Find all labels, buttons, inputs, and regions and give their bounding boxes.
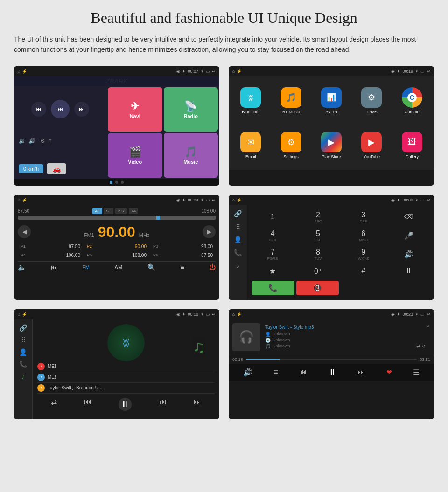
preset-p5[interactable]: P5 108.00 [84, 251, 149, 259]
app-playstore[interactable]: ▶ Play Store [312, 124, 350, 167]
music-note-large: ♫ [193, 337, 205, 357]
dial-3[interactable]: 3 DEF [341, 208, 386, 226]
app-gallery[interactable]: 🖼 Gallery [393, 124, 431, 167]
player-play[interactable]: ⏸ [328, 367, 336, 377]
contact-icon[interactable]: 👤 [231, 236, 244, 243]
call-btn[interactable]: 📞 [252, 281, 294, 295]
person-icon[interactable]: 👤 [19, 348, 27, 356]
eq-tag-af[interactable]: AF [92, 208, 102, 214]
end-btn[interactable]: 📵 [296, 281, 339, 295]
tile-radio[interactable]: 📡 Radio [164, 87, 218, 132]
grid-icon[interactable]: ⠿ [21, 336, 26, 344]
app-settings[interactable]: ⚙ Settings [272, 124, 310, 167]
dial-0[interactable]: 0⁺ [295, 264, 340, 278]
video-icon: 🎬 [129, 146, 141, 158]
tile-video[interactable]: 🎬 Video [108, 133, 162, 178]
app-avin[interactable]: 📊 AV_IN [312, 79, 350, 122]
dial-8[interactable]: 8 TUV [295, 245, 340, 263]
dial-2[interactable]: 2 ABC [295, 208, 340, 226]
eq-tag-pty[interactable]: PTY [115, 208, 127, 214]
avin-icon-box: 📊 [321, 87, 342, 108]
preset-p2[interactable]: P2 90.00 [84, 243, 149, 250]
preset-p6[interactable]: P6 87.50 [150, 251, 216, 259]
pb-next[interactable]: ⏭ [159, 398, 167, 411]
am-btn[interactable]: AM [115, 264, 123, 270]
player-vol[interactable]: 🔊 [243, 368, 252, 377]
watermark-home: ZBARK [14, 76, 219, 86]
song-info-panel: Taylor Swift - Style.mp3 👤 Unknown 💿 Unk… [265, 325, 426, 350]
dial-star[interactable]: ★ [250, 264, 295, 278]
eq-radio[interactable]: ≡ [180, 263, 184, 271]
app-youtube[interactable]: ▶ YouTube [352, 124, 391, 167]
next-btn[interactable]: ⏭ [74, 102, 89, 117]
next-freq-btn[interactable]: ▶ [203, 225, 216, 238]
app-email[interactable]: ✉ Email [231, 124, 270, 167]
link-icon[interactable]: 🔗 [19, 324, 27, 332]
tile-navi[interactable]: ✈ Navi [108, 87, 162, 132]
settings-icon[interactable]: ⚙ [40, 138, 45, 144]
phone-icon[interactable]: 🔗 [231, 210, 244, 217]
app-btmusic[interactable]: 🎵 BT Music [272, 79, 310, 122]
back-radio: ↩ [212, 198, 216, 202]
dial-9[interactable]: 9 WXYZ [341, 245, 386, 263]
tile-music[interactable]: 🎵 Music [164, 133, 218, 178]
dial-5[interactable]: 5 JKL [295, 227, 340, 245]
app-tpms[interactable]: ⚙ TPMS [352, 79, 391, 122]
dial-hash[interactable]: # [341, 264, 386, 278]
player-next[interactable]: ⏭ [357, 368, 365, 376]
dial-vol[interactable]: 🔊 [386, 245, 431, 263]
search-radio[interactable]: 🔍 [147, 263, 155, 271]
dial-mic[interactable]: 🎤 [386, 227, 431, 245]
back-music: ↩ [212, 312, 216, 317]
dot-1 [115, 181, 118, 184]
dial-4[interactable]: 4 GHI [250, 227, 295, 245]
pb-play[interactable]: ⏸ [119, 398, 132, 411]
note-icon-active[interactable]: ♪ [21, 373, 25, 380]
screen-home: ⌂ ⚡ ◉ ✦ 00:07 ☀ ▭ ↩ ZBARK ⏮ ⏭ ⏭ 🔉 [14, 66, 219, 186]
call-buttons: 📞 📵 [250, 279, 341, 297]
dial-1[interactable]: 1 [250, 208, 295, 226]
recent-icon[interactable]: 📞 [231, 249, 244, 256]
song-3[interactable]: ♪ Taylor Swift、Brendon U... [37, 383, 215, 394]
song-2[interactable]: ♪ ME! [37, 372, 215, 383]
dialpad-icon[interactable]: ⠿ [231, 223, 244, 230]
eq-icon[interactable]: ≡ [48, 138, 51, 144]
player-fav[interactable]: ❤ [386, 368, 392, 376]
skip-back-radio[interactable]: ⏮ [51, 263, 57, 271]
preset-p3[interactable]: P3 98.00 [150, 243, 216, 250]
play-btn[interactable]: ⏭ [51, 100, 70, 118]
power-radio[interactable]: ⏻ [209, 263, 216, 271]
vol-down-radio[interactable]: 🔈 [18, 263, 26, 271]
preset-p1[interactable]: P1 87.50 [18, 243, 83, 250]
prev-btn[interactable]: ⏮ [31, 102, 46, 117]
dial-7[interactable]: 7 PGRS [250, 245, 295, 263]
vol-down-icon[interactable]: 🔉 [19, 138, 26, 144]
home-icon-radio: ⌂ [18, 198, 20, 202]
dial-backspace[interactable]: ⌫ [386, 208, 431, 226]
song-name-3: Taylor Swift、Brendon U... [48, 385, 102, 391]
app-bluetooth[interactable]: ʬ Bluetooth [231, 79, 270, 122]
shuffle-btn[interactable]: ⇄ [51, 398, 57, 411]
song-1[interactable]: ♪ ME! [37, 361, 215, 372]
prev-freq-btn[interactable]: ◀ [18, 225, 31, 238]
back-player: ↩ [427, 312, 430, 317]
fm-btn[interactable]: FM [82, 264, 90, 270]
pb-skip[interactable]: ⏭ [194, 398, 201, 411]
phone2-icon[interactable]: 📞 [19, 360, 27, 368]
vol-up-icon[interactable]: 🔊 [28, 138, 35, 144]
preset-p4[interactable]: P4 106.00 [18, 251, 83, 259]
progress-bar[interactable] [246, 359, 417, 360]
pb-prev[interactable]: ⏮ [84, 398, 91, 411]
music-note-icon[interactable]: ♪ [231, 262, 244, 270]
dial-6[interactable]: 6 MNO [341, 227, 386, 245]
song-dot-1: ♪ [37, 363, 45, 370]
dial-hold[interactable]: ⏸ [386, 264, 431, 278]
app-chrome[interactable]: C Chrome [393, 79, 431, 122]
player-list[interactable]: ☰ [413, 368, 420, 377]
player-eq[interactable]: ≡ [273, 368, 278, 376]
eq-tag-ta[interactable]: TA [129, 208, 138, 214]
player-prev[interactable]: ⏮ [299, 368, 307, 376]
eq-tag-st[interactable]: ST [104, 208, 113, 214]
repeat-icon-player: ↺ [422, 344, 426, 349]
close-player-btn[interactable]: ✕ [426, 323, 430, 330]
